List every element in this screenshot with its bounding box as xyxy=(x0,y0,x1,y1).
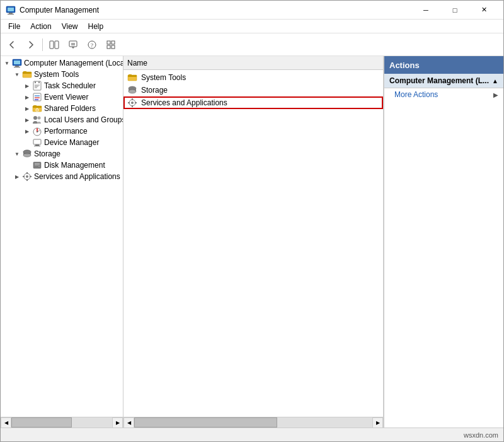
actions-header-text: Actions xyxy=(389,61,420,70)
minimize-button[interactable]: ─ xyxy=(411,1,440,20)
actions-panel: Actions Computer Management (L... ▲ More… xyxy=(384,56,503,427)
list-scroll-right[interactable]: ▶ xyxy=(372,417,383,428)
actions-section-computer-mgmt[interactable]: Computer Management (L... ▲ xyxy=(384,74,503,88)
svg-point-62 xyxy=(129,90,136,93)
menu-bar: File Action View Help xyxy=(1,20,503,33)
tree-item-local-users[interactable]: ▶ Local Users and Groups xyxy=(1,114,123,125)
svg-rect-17 xyxy=(15,66,19,67)
list-header-name: Name xyxy=(127,59,147,67)
up-button[interactable] xyxy=(64,36,82,54)
menu-view[interactable]: View xyxy=(57,21,83,32)
list-horizontal-scrollbar[interactable]: ◀ ▶ xyxy=(123,417,383,427)
menu-file[interactable]: File xyxy=(3,21,25,32)
svg-rect-23 xyxy=(35,81,36,83)
tree-item-task-scheduler[interactable]: ▶ Task Scheduler xyxy=(1,80,123,91)
storage-expand-icon: ▼ xyxy=(12,149,22,159)
forward-button[interactable] xyxy=(22,36,40,54)
svg-rect-56 xyxy=(30,176,32,177)
tree-horizontal-scrollbar[interactable]: ◀ ▶ xyxy=(1,417,123,427)
svg-rect-40 xyxy=(33,139,41,144)
svg-rect-54 xyxy=(26,179,28,181)
tree-item-storage[interactable]: ▼ Storage xyxy=(1,148,123,160)
tree-item-performance[interactable]: ▶ Performance xyxy=(1,125,123,137)
services-expand-icon: ▶ xyxy=(12,172,22,182)
tree-item-disk-management[interactable]: ▶ Disk Management xyxy=(1,160,123,171)
svg-rect-67 xyxy=(128,102,130,103)
svg-rect-59 xyxy=(129,74,132,76)
local-users-label: Local Users and Groups xyxy=(44,115,123,124)
more-actions-label: More Actions xyxy=(394,90,438,99)
toolbar: ? xyxy=(1,33,503,56)
svg-point-64 xyxy=(131,102,134,104)
storage-label: Storage xyxy=(34,149,60,158)
maximize-button[interactable]: □ xyxy=(440,1,469,20)
window-controls: ─ □ ✕ xyxy=(411,1,498,20)
actions-item-more-actions[interactable]: More Actions ▶ xyxy=(384,88,503,101)
tree-item-services-apps[interactable]: ▶ Services and Applications xyxy=(1,171,123,182)
scroll-left-arrow[interactable]: ◀ xyxy=(1,417,11,428)
scroll-track xyxy=(11,417,112,427)
services-apps-label: Services and Applications xyxy=(34,172,120,181)
svg-rect-5 xyxy=(55,41,59,49)
list-item-system-tools-label: System Tools xyxy=(141,73,186,82)
tree-item-event-viewer[interactable]: ▶ Event Viewer xyxy=(1,91,123,103)
scroll-right-arrow[interactable]: ▶ xyxy=(112,417,123,428)
svg-text:?: ? xyxy=(91,42,93,49)
svg-rect-4 xyxy=(50,41,54,49)
svg-rect-24 xyxy=(38,81,40,83)
svg-rect-2 xyxy=(9,13,13,14)
help-button[interactable]: ? xyxy=(83,36,101,54)
event-viewer-expand-icon: ▶ xyxy=(22,92,32,102)
svg-rect-41 xyxy=(35,144,39,146)
event-viewer-icon xyxy=(32,92,42,102)
device-manager-icon xyxy=(32,137,42,148)
close-button[interactable]: ✕ xyxy=(469,1,498,20)
app-icon xyxy=(6,5,16,15)
performance-icon xyxy=(32,126,42,136)
tree-item-shared-folders[interactable]: ▶ Shared Folders xyxy=(1,103,123,114)
tree-item-system-tools[interactable]: ▼ System Tools xyxy=(1,69,123,80)
menu-action[interactable]: Action xyxy=(25,21,56,32)
list-item-system-tools[interactable]: System Tools xyxy=(123,71,383,84)
task-scheduler-expand-icon: ▶ xyxy=(22,81,32,91)
show-hide-button[interactable] xyxy=(45,36,63,54)
system-tools-label: System Tools xyxy=(34,70,79,79)
grid-button[interactable] xyxy=(102,36,120,54)
services-icon xyxy=(22,172,32,182)
device-manager-label: Device Manager xyxy=(44,138,99,147)
disk-management-icon xyxy=(32,160,42,170)
svg-rect-16 xyxy=(14,61,20,64)
menu-help[interactable]: Help xyxy=(83,21,109,32)
list-item-storage-label: Storage xyxy=(141,86,168,95)
list-content: System Tools Storage xyxy=(123,70,383,417)
shared-folders-expand-icon: ▶ xyxy=(22,103,32,113)
window-title: Computer Management xyxy=(20,6,411,15)
tree-root[interactable]: ▼ Computer Management (Local xyxy=(1,57,123,69)
main-content: ▼ Computer Management (Local ▼ xyxy=(1,56,503,427)
shared-folders-label: Shared Folders xyxy=(44,104,96,113)
performance-label: Performance xyxy=(44,127,88,136)
svg-rect-34 xyxy=(33,105,37,107)
back-button[interactable] xyxy=(3,36,21,54)
svg-rect-13 xyxy=(107,45,110,49)
tree-panel: ▼ Computer Management (Local ▼ xyxy=(1,56,123,427)
list-item-storage[interactable]: Storage xyxy=(123,84,383,96)
root-expand-icon: ▼ xyxy=(2,58,12,68)
svg-rect-12 xyxy=(112,41,115,44)
svg-rect-49 xyxy=(35,165,40,165)
svg-point-39 xyxy=(37,131,38,132)
svg-rect-68 xyxy=(135,102,137,103)
list-scroll-left[interactable]: ◀ xyxy=(123,417,134,428)
svg-point-50 xyxy=(38,166,40,168)
main-window: Computer Management ─ □ ✕ File Action Vi… xyxy=(0,0,504,442)
list-item-services-icon xyxy=(127,98,137,108)
list-panel: Name System Tools xyxy=(123,56,384,427)
svg-point-52 xyxy=(26,175,28,178)
svg-rect-22 xyxy=(33,81,41,90)
list-item-services-apps[interactable]: Services and Applications xyxy=(123,96,383,109)
list-item-system-tools-icon xyxy=(127,73,137,83)
list-item-storage-icon xyxy=(127,85,137,95)
performance-expand-icon: ▶ xyxy=(22,126,32,136)
actions-header: Actions xyxy=(384,56,503,74)
tree-item-device-manager[interactable]: ▶ Device Manager xyxy=(1,137,123,148)
